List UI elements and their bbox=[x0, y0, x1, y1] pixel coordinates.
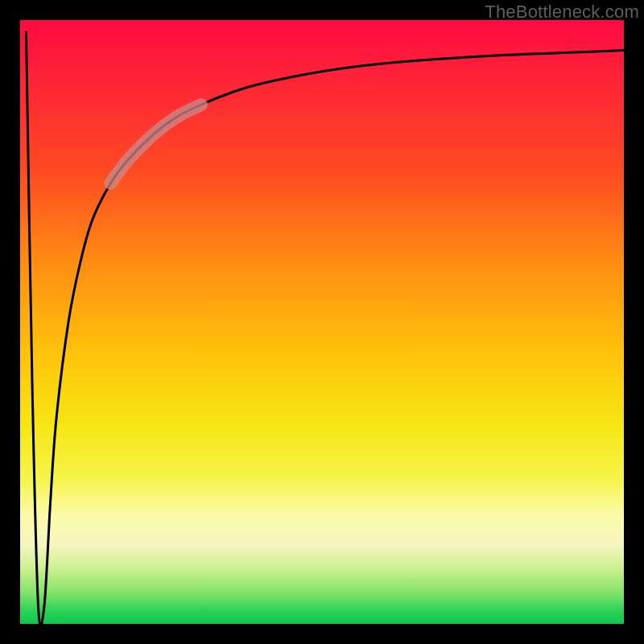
curve-group bbox=[27, 32, 625, 627]
bottleneck-curve bbox=[27, 32, 625, 627]
chart-frame: TheBottleneck.com bbox=[0, 0, 644, 644]
curve-highlight bbox=[111, 105, 202, 184]
curve-layer bbox=[20, 20, 624, 624]
plot-area bbox=[20, 20, 624, 624]
watermark-text: TheBottleneck.com bbox=[485, 2, 639, 23]
